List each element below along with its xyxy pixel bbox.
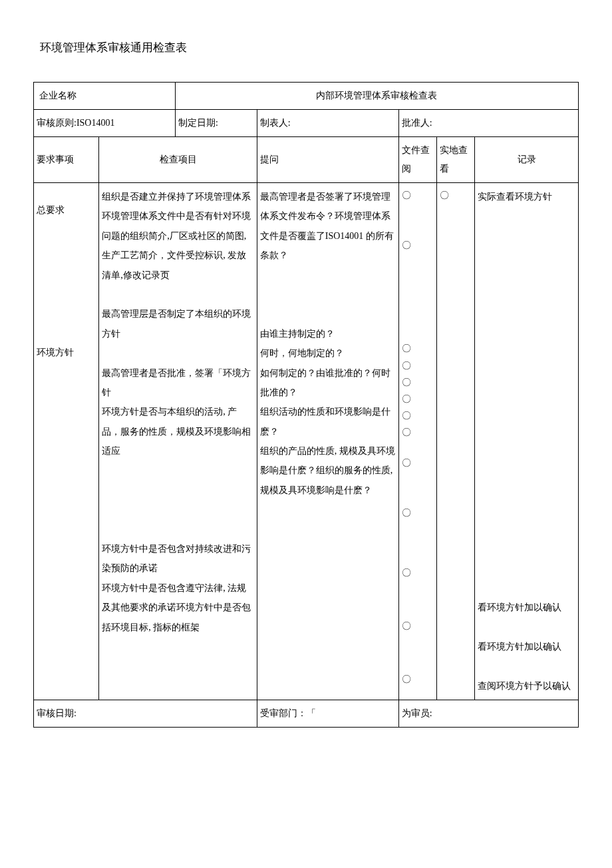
col-site: 实地查看	[437, 137, 475, 183]
principle-label: 审核原则:ISO14001	[34, 110, 176, 137]
circle-icon: 〇	[402, 237, 434, 254]
column-header-row: 要求事项 检查项目 提问 文件查阅 实地查看 记录	[34, 137, 579, 183]
circle-icon: 〇	[402, 357, 434, 374]
footer-date: 审核日期:	[34, 700, 257, 728]
circle-icon: 〇	[402, 671, 434, 688]
col-req: 要求事项	[34, 137, 99, 183]
approver-label: 批准人:	[398, 110, 578, 137]
col-record: 记录	[475, 137, 579, 183]
company-label: 企业名称	[34, 83, 176, 110]
page-title: 环境管理体系审核通用检查表	[33, 40, 579, 55]
header-row-2: 审核原则:ISO14001 制定日期: 制表人: 批准人:	[34, 110, 579, 137]
preparer-label: 制表人:	[257, 110, 398, 137]
doc-cell: 〇 〇 〇 〇 〇 〇 〇 〇 〇 〇 〇 〇 〇	[398, 183, 436, 700]
audit-table: 企业名称 内部环境管理体系审核检查表 审核原则:ISO14001 制定日期: 制…	[33, 82, 579, 728]
circle-icon: 〇	[440, 187, 472, 204]
circle-icon: 〇	[402, 187, 434, 204]
col-item: 检查项目	[99, 137, 257, 183]
circle-icon: 〇	[402, 340, 434, 357]
circle-icon: 〇	[402, 505, 434, 521]
circle-icon: 〇	[402, 424, 434, 441]
col-doc: 文件查阅	[398, 137, 436, 183]
record-cell: 实际查看环境方针 看环境方针加以确认 看环境方针加以确认 查阅环境方针予以确认	[475, 183, 579, 700]
req-cell: 总要求 环境方针	[34, 183, 99, 700]
header-row-1: 企业名称 内部环境管理体系审核检查表	[34, 83, 579, 110]
req2: 环境方针	[37, 347, 74, 357]
circle-icon: 〇	[402, 455, 434, 471]
date-label: 制定日期:	[175, 110, 257, 137]
form-title: 内部环境管理体系审核检查表	[175, 83, 578, 110]
footer-dept: 受审部门：「	[257, 700, 398, 728]
footer-auditor: 为审员:	[398, 700, 578, 728]
circle-icon: 〇	[402, 564, 434, 581]
circle-icon: 〇	[402, 618, 434, 634]
footer-row: 审核日期: 受审部门：「 为审员:	[34, 700, 579, 728]
circle-icon: 〇	[402, 391, 434, 407]
circle-icon: 〇	[402, 407, 434, 424]
col-question: 提问	[257, 137, 398, 183]
circle-icon: 〇	[402, 374, 434, 391]
body-row: 总要求 环境方针 组织是否建立并保持了环境管理体系 环境管理体系文件中是否有针对…	[34, 183, 579, 700]
req1: 总要求	[37, 205, 65, 215]
questions-cell: 最高管理者是否签署了环境管理体系文件发布令？环境管理体系文件是否覆盖了ISO14…	[257, 183, 398, 700]
items-cell: 组织是否建立并保持了环境管理体系 环境管理体系文件中是否有针对环境问题的组织简介…	[99, 183, 257, 700]
site-cell: 〇	[437, 183, 475, 700]
